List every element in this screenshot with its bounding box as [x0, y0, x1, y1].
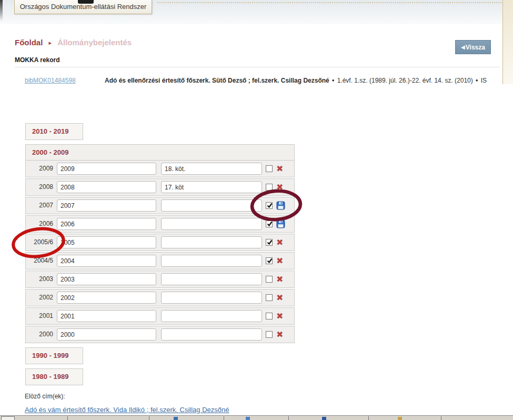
- back-button-label: Vissza: [466, 44, 485, 51]
- note-input[interactable]: [161, 310, 262, 322]
- taskbar-app-icon[interactable]: [322, 417, 326, 420]
- note-input[interactable]: [161, 181, 262, 193]
- x-delete-icon[interactable]: ✖: [276, 312, 286, 321]
- holding-row-2001: 2001✖: [25, 307, 295, 325]
- bullet-icon: ●: [476, 78, 478, 83]
- record-title: Adó és ellenőrzési értesítő főszerk. Süt…: [105, 77, 329, 84]
- floppy-save-icon[interactable]: [276, 219, 286, 229]
- row-checkbox[interactable]: [266, 202, 273, 209]
- x-delete-icon[interactable]: ✖: [276, 164, 286, 174]
- holding-row-2002: 2002✖: [25, 289, 295, 306]
- year-input[interactable]: [57, 199, 156, 212]
- year-input[interactable]: [57, 163, 156, 175]
- back-button[interactable]: ◀Vissza: [455, 40, 491, 54]
- year-input[interactable]: [57, 236, 156, 248]
- row-year-label: 2000: [26, 326, 53, 343]
- row-year-label: 2009: [26, 161, 53, 177]
- note-input[interactable]: [161, 292, 262, 304]
- note-input[interactable]: [161, 273, 262, 285]
- taskbar-separator: [67, 416, 68, 420]
- note-input[interactable]: [161, 199, 262, 212]
- taskbar-separator: [149, 416, 149, 420]
- holding-row-2008: 2008✖: [25, 178, 295, 196]
- holding-row-2000: 2000✖: [25, 326, 295, 343]
- holding-row-2007: 2007: [25, 197, 295, 214]
- row-checkbox[interactable]: [266, 221, 273, 227]
- page: Országos Dokumentum-ellátási Rendszer Fő…: [0, 0, 513, 420]
- x-delete-icon[interactable]: ✖: [276, 238, 286, 247]
- logo-fragment-icon: [78, 0, 94, 4]
- floppy-save-icon[interactable]: [276, 201, 286, 211]
- taskbar-app-icon[interactable]: [398, 417, 402, 420]
- decade-button-2010-2019[interactable]: 2010 - 2019: [25, 123, 83, 140]
- dotted-divider: [157, 2, 501, 3]
- row-checkbox[interactable]: [266, 294, 273, 301]
- year-input[interactable]: [57, 181, 156, 193]
- year-input[interactable]: [57, 255, 156, 267]
- taskbar-app-icon[interactable]: [246, 417, 250, 420]
- holding-row-2004-5: 2004/5✖: [25, 252, 295, 269]
- breadcrumb-current: Állománybejelentés: [57, 38, 132, 47]
- row-year-label: 2003: [26, 271, 53, 287]
- x-delete-icon[interactable]: ✖: [276, 256, 286, 266]
- holding-row-2009: 2009✖: [25, 160, 295, 177]
- note-input[interactable]: [161, 236, 262, 248]
- holding-row-2006: 2006: [25, 215, 295, 233]
- row-checkbox[interactable]: [266, 313, 273, 319]
- breadcrumb: Főoldal ▸ Állománybejelentés: [15, 38, 132, 47]
- row-year-label: 2005/6: [26, 234, 53, 251]
- year-input[interactable]: [57, 292, 156, 304]
- back-arrow-icon: ◀: [461, 44, 465, 50]
- note-input[interactable]: [161, 218, 262, 230]
- taskbar-separator: [441, 416, 441, 420]
- breadcrumb-separator-icon: ▸: [49, 39, 52, 46]
- breadcrumb-home-link[interactable]: Főoldal: [15, 38, 43, 47]
- decade-header-2000-2009[interactable]: 2000 - 2009: [25, 144, 295, 161]
- note-input[interactable]: [161, 255, 262, 267]
- x-delete-icon[interactable]: ✖: [276, 330, 286, 339]
- row-checkbox[interactable]: [266, 331, 273, 338]
- x-delete-icon[interactable]: ✖: [276, 183, 286, 192]
- note-input[interactable]: [161, 163, 262, 175]
- note-input[interactable]: [161, 328, 262, 341]
- row-year-label: 2002: [26, 289, 53, 306]
- record-line: bibMOK01484598Adó és ellenőrzési értesít…: [25, 77, 487, 84]
- previous-titles-label: Elöző cím(ek):: [25, 393, 65, 400]
- year-input[interactable]: [57, 328, 156, 341]
- row-year-label: 2004/5: [26, 253, 53, 269]
- taskbar-separator: [288, 416, 289, 420]
- taskbar[interactable]: [0, 415, 513, 420]
- year-input[interactable]: [57, 218, 156, 230]
- record-id-link[interactable]: bibMOK01484598: [25, 77, 105, 84]
- holding-row-2003: 2003✖: [25, 271, 295, 288]
- record-issn-fragment: IS: [481, 77, 487, 84]
- section-title: MOKKA rekord: [15, 56, 60, 64]
- right-edge-strip: [502, 0, 513, 84]
- holding-row-2005-6: 2005/6✖: [25, 234, 295, 251]
- previous-title-link[interactable]: Adó és vám értesítő főszerk. Vida Ildikó…: [25, 406, 229, 414]
- row-checkbox[interactable]: [266, 239, 273, 246]
- row-checkbox[interactable]: [266, 257, 273, 264]
- section-divider: [15, 67, 500, 67]
- decade-button-1990-1999[interactable]: 1990 - 1999: [25, 347, 83, 364]
- row-checkbox[interactable]: [266, 184, 273, 191]
- year-input[interactable]: [57, 273, 156, 285]
- row-checkbox[interactable]: [266, 165, 273, 172]
- taskbar-separator: [224, 416, 224, 420]
- taskbar-app-icon[interactable]: [174, 417, 178, 420]
- bullet-icon: ●: [332, 78, 335, 83]
- corner-shadow: [0, 0, 3, 21]
- row-year-label: 2008: [26, 179, 53, 195]
- app-title-tab[interactable]: Országos Dokumentum-ellátási Rendszer: [14, 0, 152, 14]
- row-year-label: 2006: [26, 216, 53, 232]
- row-checkbox[interactable]: [266, 276, 273, 283]
- decade-button-1980-1989[interactable]: 1980 - 1989: [25, 368, 83, 385]
- record-holdings: 1.évf. 1.sz. (1989. júl. 26.)-22. évf. 1…: [337, 77, 473, 84]
- taskbar-separator: [368, 416, 369, 420]
- row-year-label: 2001: [26, 308, 53, 324]
- x-delete-icon[interactable]: ✖: [276, 275, 286, 284]
- x-delete-icon[interactable]: ✖: [276, 293, 286, 303]
- taskbar-start-button[interactable]: [1, 416, 15, 420]
- row-year-label: 2007: [26, 197, 53, 214]
- year-input[interactable]: [57, 310, 156, 322]
